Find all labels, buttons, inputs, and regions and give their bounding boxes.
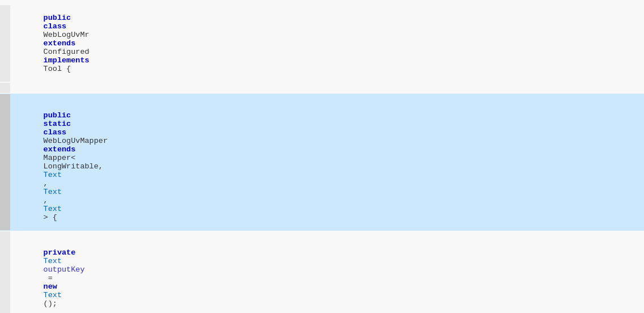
code-editor: public class WebLogUvMr extends Configur… bbox=[0, 0, 644, 313]
gutter-3 bbox=[0, 94, 10, 230]
keyword-new-4: new bbox=[44, 282, 62, 291]
line-content-2 bbox=[10, 84, 644, 92]
keyword-extends-3: extends bbox=[44, 145, 80, 154]
text-type-2: Text bbox=[44, 188, 62, 196]
paren-4: (); bbox=[44, 299, 57, 308]
keyword-extends: extends bbox=[44, 39, 80, 48]
code-line-3: public static class WebLogUvMapper exten… bbox=[0, 94, 644, 231]
keyword-static-3: static bbox=[44, 120, 76, 128]
interface-name: Tool { bbox=[44, 65, 71, 73]
class-name: WebLogUvMr bbox=[44, 31, 94, 39]
indent-3 bbox=[44, 103, 62, 111]
code-line-1: public class WebLogUvMr extends Configur… bbox=[0, 5, 644, 82]
gutter-4 bbox=[0, 231, 10, 313]
line-content-3: public static class WebLogUvMapper exten… bbox=[10, 94, 644, 230]
keyword-public-3: public bbox=[44, 111, 76, 120]
mapper-close: > { bbox=[44, 213, 57, 222]
keyword-class: class bbox=[44, 22, 71, 31]
assign-4: = bbox=[44, 274, 57, 282]
code-line-2 bbox=[0, 82, 644, 94]
keyword-implements: implements bbox=[44, 56, 94, 65]
class-name-3: WebLogUvMapper bbox=[44, 137, 113, 145]
indent-4 bbox=[44, 240, 80, 248]
field-outputKey: outputKey bbox=[44, 265, 85, 274]
mapper-generics: LongWritable, bbox=[44, 162, 103, 171]
comma-2: , bbox=[44, 196, 48, 205]
gutter-1 bbox=[0, 5, 10, 82]
comma-1: , bbox=[44, 179, 48, 188]
gutter-2 bbox=[0, 83, 10, 93]
line-content-4: private Text outputKey = new Text (); bbox=[10, 231, 644, 313]
keyword-public: public bbox=[44, 14, 76, 22]
mapper-type: Mapper< bbox=[44, 154, 76, 162]
text-new-4: Text bbox=[44, 291, 62, 299]
text-type-1: Text bbox=[44, 171, 62, 179]
extends-class: Configured bbox=[44, 48, 94, 56]
code-line-4: private Text outputKey = new Text (); bbox=[0, 231, 644, 313]
keyword-private-4: private bbox=[44, 248, 80, 257]
line-content-1: public class WebLogUvMr extends Configur… bbox=[10, 5, 644, 82]
text-type-3: Text bbox=[44, 205, 62, 213]
keyword-class-3: class bbox=[44, 128, 71, 137]
text-type-4: Text bbox=[44, 257, 67, 265]
